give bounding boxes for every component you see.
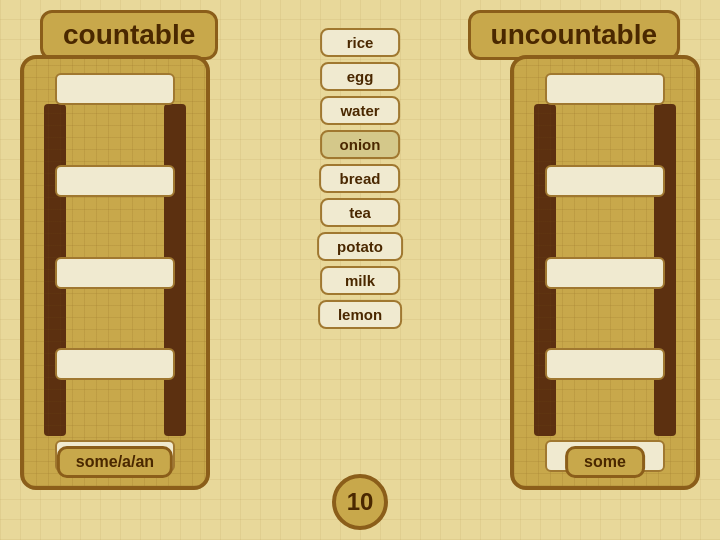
word-card-bread[interactable]: bread: [320, 164, 401, 193]
left-slot-1[interactable]: [55, 73, 175, 105]
uncountable-header: uncountable: [468, 10, 680, 60]
uncountable-ladder: some: [510, 55, 700, 490]
right-slot-1[interactable]: [545, 73, 665, 105]
left-slot-3[interactable]: [55, 257, 175, 289]
right-slot-3[interactable]: [545, 257, 665, 289]
left-rung-2: [32, 165, 198, 197]
right-ladder-label: some: [565, 446, 645, 478]
word-card-water[interactable]: water: [320, 96, 400, 125]
left-rung-3: [32, 257, 198, 289]
word-card-milk[interactable]: milk: [320, 266, 400, 295]
right-rung-1: [522, 73, 688, 105]
word-card-tea[interactable]: tea: [320, 198, 400, 227]
score-value: 10: [347, 488, 374, 516]
right-slot-2[interactable]: [545, 165, 665, 197]
left-slot-2[interactable]: [55, 165, 175, 197]
score-badge: 10: [332, 474, 388, 530]
right-rung-4: [522, 348, 688, 380]
left-ladder-label: some/a/an: [57, 446, 173, 478]
countable-ladder: some/a/an: [20, 55, 210, 490]
word-card-potato[interactable]: potato: [317, 232, 403, 261]
left-rung-4: [32, 348, 198, 380]
right-rung-3: [522, 257, 688, 289]
left-ladder-rungs: [32, 69, 198, 476]
right-ladder-rungs: [522, 69, 688, 476]
word-card-onion[interactable]: onion: [320, 130, 401, 159]
word-card-egg[interactable]: egg: [320, 62, 400, 91]
word-list: riceeggwateronionbreadteapotatomilklemon: [317, 28, 403, 329]
left-slot-4[interactable]: [55, 348, 175, 380]
left-rung-1: [32, 73, 198, 105]
word-card-rice[interactable]: rice: [320, 28, 400, 57]
countable-header: countable: [40, 10, 218, 60]
word-card-lemon[interactable]: lemon: [318, 300, 402, 329]
right-slot-4[interactable]: [545, 348, 665, 380]
right-rung-2: [522, 165, 688, 197]
